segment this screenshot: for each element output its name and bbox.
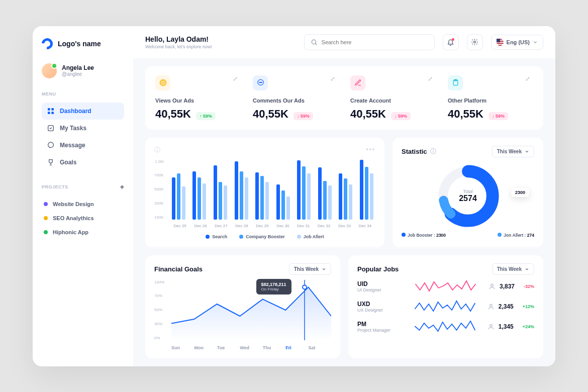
job-delta: +24% xyxy=(523,324,534,329)
info-icon[interactable]: ⓘ xyxy=(154,146,160,154)
financial-period-selector[interactable]: This Week xyxy=(289,263,331,275)
donut-badge: 2300 xyxy=(511,188,529,197)
profile-card[interactable]: Angela Lee @anglee xyxy=(42,63,124,78)
legend-dot-icon xyxy=(239,235,243,239)
expand-icon[interactable]: ⤢ xyxy=(233,75,238,82)
person-icon xyxy=(487,303,495,310)
header: Hello, Layla Odam! Welcome back, let's e… xyxy=(133,26,555,58)
kebab-menu[interactable]: ••• xyxy=(366,146,375,153)
svg-point-21 xyxy=(303,285,307,289)
jobs-title: Popular Jobs xyxy=(357,265,399,273)
bar-group xyxy=(337,159,355,220)
bar-group xyxy=(253,159,271,220)
svg-rect-3 xyxy=(51,112,54,114)
menu-item-dashboard[interactable]: Dashboard xyxy=(42,103,124,120)
notification-badge xyxy=(452,38,454,41)
svg-point-6 xyxy=(312,40,316,44)
bar-chart: 1.0M700K500K300K100K Dec 25Dec 26Dec 27D… xyxy=(154,159,375,228)
project-dot-icon xyxy=(44,230,48,234)
project-item[interactable]: Hiphonic App xyxy=(42,225,124,239)
svg-rect-1 xyxy=(51,108,54,111)
bar xyxy=(255,172,259,220)
bar xyxy=(297,160,301,220)
job-row[interactable]: PM Project Manager 1,345 +24% xyxy=(357,320,534,333)
stat-label: Comments Our Ads xyxy=(253,97,338,104)
app-shell: Logo's name Angela Lee @anglee MENU Dash… xyxy=(33,26,555,366)
greeting: Hello, Layla Odam! xyxy=(145,35,212,43)
bar-group xyxy=(170,159,188,220)
language-selector[interactable]: Eng (US) xyxy=(491,35,543,50)
svg-point-9 xyxy=(161,80,165,85)
bar xyxy=(235,161,238,219)
notifications-button[interactable] xyxy=(443,34,459,50)
line-chart: 100%70%50%30%0% $82,178,211 On Friday Su… xyxy=(154,280,331,350)
stat-card: ⤢ Comments Our Ads 40,55K ↓ 59% xyxy=(253,75,338,121)
chevron-down-icon xyxy=(322,267,326,271)
stat-delta: ↓ 59% xyxy=(293,112,313,120)
legend-dot-icon xyxy=(206,235,210,239)
search-box[interactable] xyxy=(304,34,435,50)
job-row[interactable]: UID UI Designer 3,837 -32% xyxy=(357,280,534,293)
bar xyxy=(344,178,347,220)
clipboard-icon xyxy=(448,75,463,90)
bar-group xyxy=(212,159,230,220)
project-list: Website DesignSEO AnalythicsHiphonic App xyxy=(42,197,124,239)
project-dot-icon xyxy=(44,216,48,220)
legend-item[interactable]: Search xyxy=(206,234,227,239)
search-input[interactable] xyxy=(322,39,428,45)
project-item[interactable]: Website Design xyxy=(42,197,124,211)
bar-group xyxy=(316,159,334,220)
logo: Logo's name xyxy=(42,38,124,49)
search-icon xyxy=(311,39,318,46)
y-axis: 1.0M700K500K300K100K xyxy=(154,159,166,220)
bar xyxy=(302,166,306,220)
job-row[interactable]: UXD UX Designer 2,345 +12% xyxy=(357,300,534,313)
bar xyxy=(281,190,285,220)
job-short: PM xyxy=(357,321,403,328)
stat-card: ⤢ Create Account 40,55K ↓ 59% xyxy=(350,75,436,121)
bar xyxy=(203,183,206,220)
menu-item-label: Dashboard xyxy=(60,108,91,115)
bar xyxy=(318,167,322,219)
svg-point-12 xyxy=(259,82,260,82)
settings-button[interactable] xyxy=(467,34,483,50)
expand-icon[interactable]: ⤢ xyxy=(330,75,335,82)
bar xyxy=(214,165,217,220)
person-icon xyxy=(487,323,495,330)
stat-cards: ⤢ Views Our Ads 40,55K ↑ 59% ⤢ Comments … xyxy=(145,66,543,130)
menu-item-message[interactable]: Message xyxy=(42,137,124,154)
bar xyxy=(245,177,248,220)
bar-group xyxy=(274,159,292,220)
project-item[interactable]: SEO Analythics xyxy=(42,211,124,225)
legend-dot-icon xyxy=(498,233,502,237)
profile-handle: @anglee xyxy=(62,71,94,77)
stat-value: 40,55K xyxy=(350,108,386,121)
menu-item-goals[interactable]: Goals xyxy=(42,154,124,171)
svg-point-8 xyxy=(162,82,164,84)
project-label: Hiphonic App xyxy=(53,229,88,235)
menu-item-tasks[interactable]: My Tasks xyxy=(42,120,124,137)
jobs-period-selector[interactable]: This Week xyxy=(492,263,534,275)
financial-title: Financial Goals xyxy=(154,265,203,273)
add-project-button[interactable]: + xyxy=(120,183,124,191)
bars-grid xyxy=(170,159,375,220)
bar xyxy=(219,182,222,219)
svg-point-7 xyxy=(474,41,476,43)
job-full: UI Designer xyxy=(357,287,403,292)
stat-delta: ↓ 59% xyxy=(488,112,508,120)
bar xyxy=(339,173,342,219)
menu-section-label: MENU xyxy=(42,91,124,96)
greeting-subtitle: Welcome back, let's explore now! xyxy=(145,44,212,49)
expand-icon[interactable]: ⤢ xyxy=(428,75,433,82)
statistic-period-selector[interactable]: This Week xyxy=(492,146,534,157)
flag-us-icon xyxy=(497,39,504,46)
info-icon[interactable]: ⓘ xyxy=(430,147,436,156)
bar xyxy=(265,182,269,219)
legend-item[interactable]: Company Booster xyxy=(239,234,285,239)
x-axis: Dec 25Dec 26Dec 27Dec 28Dec 29Dec 30Dec … xyxy=(170,224,375,228)
legend-item[interactable]: Job Allert xyxy=(297,234,324,239)
jobs-list: UID UI Designer 3,837 -32% UXD UX Design… xyxy=(357,280,534,333)
expand-icon[interactable]: ⤢ xyxy=(525,75,530,82)
bar-group xyxy=(295,159,313,220)
chat-icon xyxy=(47,141,55,149)
